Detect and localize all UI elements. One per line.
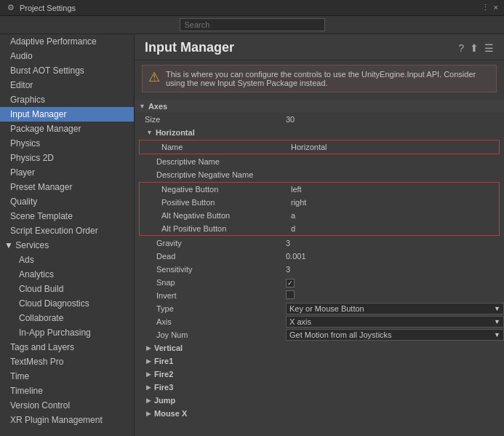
- axis-dropdown-arrow-icon: ▼: [494, 318, 500, 325]
- axis-value[interactable]: X axis ▼: [280, 316, 504, 328]
- axis-dropdown[interactable]: X axis ▼: [286, 316, 504, 328]
- sensitivity-value[interactable]: 3: [280, 265, 504, 274]
- snap-checkbox[interactable]: ✓: [286, 279, 295, 288]
- fire1-triangle-icon: ▶: [146, 357, 151, 365]
- sidebar-item-version-control[interactable]: Version Control: [0, 398, 134, 413]
- snap-row: Snap ✓: [135, 276, 504, 289]
- joy-num-value[interactable]: Get Motion from all Joysticks ▼: [280, 329, 504, 341]
- title-bar-close-btn[interactable]: ×: [494, 3, 498, 12]
- sidebar-item-player[interactable]: Player: [0, 165, 134, 180]
- alt-positive-button-label: Alt Positive Button: [140, 224, 285, 233]
- sensitivity-row: Sensitivity 3: [135, 263, 504, 276]
- positive-button-value[interactable]: right: [285, 198, 499, 207]
- title-bar: ⚙ Project Settings ⋮ ×: [0, 0, 504, 16]
- invert-checkbox[interactable]: [286, 290, 295, 299]
- sidebar-item-timeline[interactable]: Timeline: [0, 384, 134, 398]
- size-value[interactable]: 30: [280, 115, 504, 124]
- axes-label: Axes: [148, 102, 167, 111]
- sidebar-item-services[interactable]: ▼ Services: [0, 238, 134, 253]
- horizontal-section-header[interactable]: ▼ Horizontal: [135, 126, 504, 139]
- type-dropdown-arrow-icon: ▼: [494, 305, 500, 312]
- name-value[interactable]: Horizontal: [285, 143, 499, 151]
- fire3-triangle-icon: ▶: [146, 384, 151, 391]
- sidebar-item-cloud-diag[interactable]: Cloud Diagnostics: [0, 296, 134, 311]
- size-row: Size 30: [135, 113, 504, 126]
- negative-button-value[interactable]: left: [285, 185, 499, 194]
- title-bar-menu-btn[interactable]: ⋮: [481, 3, 489, 12]
- positive-button-row: Positive Button right: [140, 196, 499, 209]
- sidebar-item-analytics[interactable]: Analytics: [0, 267, 134, 282]
- sidebar-item-xr-plugin[interactable]: XR Plugin Management: [0, 413, 134, 427]
- sidebar-item-time[interactable]: Time: [0, 369, 134, 384]
- positive-button-label: Positive Button: [140, 198, 285, 207]
- buttons-highlight-group: Negative Button left Positive Button rig…: [139, 182, 500, 236]
- sidebar-item-scene-template[interactable]: Scene Template: [0, 209, 134, 223]
- vertical-section-header[interactable]: ▶ Vertical: [135, 341, 504, 354]
- menu-icon[interactable]: ☰: [484, 42, 494, 54]
- sidebar-item-physics-2d[interactable]: Physics 2D: [0, 151, 134, 165]
- fire2-label: Fire2: [154, 370, 173, 378]
- sidebar-item-package-manager[interactable]: Package Manager: [0, 122, 134, 136]
- sidebar-item-preset-manager[interactable]: Preset Manager: [0, 180, 134, 194]
- vertical-triangle-icon: ▶: [146, 344, 151, 352]
- sensitivity-label: Sensitivity: [135, 265, 280, 274]
- sidebar-item-graphics[interactable]: Graphics: [0, 92, 134, 107]
- sidebar-item-editor[interactable]: Editor: [0, 78, 134, 92]
- sidebar-item-script-exec[interactable]: Script Execution Order: [0, 223, 134, 238]
- jump-label: Jump: [154, 396, 175, 405]
- search-input[interactable]: [180, 18, 325, 31]
- dead-label: Dead: [135, 252, 280, 261]
- horizontal-triangle-icon: ▼: [146, 129, 153, 136]
- sidebar-item-audio[interactable]: Audio: [0, 49, 134, 63]
- invert-row: Invert: [135, 289, 504, 302]
- sidebar-item-input-manager[interactable]: Input Manager: [0, 107, 134, 122]
- sidebar-item-adaptive-performance[interactable]: Adaptive Performance: [0, 34, 134, 49]
- alt-negative-button-label: Alt Negative Button: [140, 211, 285, 220]
- dead-row: Dead 0.001: [135, 250, 504, 263]
- properties-panel: ▼ Axes Size 30 ▼ Horizontal Name Horizon…: [135, 97, 504, 436]
- title-bar-icon: ⚙: [6, 3, 16, 13]
- sidebar-item-in-app-purchasing[interactable]: In-App Purchasing: [0, 325, 134, 340]
- alt-negative-button-value[interactable]: a: [285, 211, 499, 220]
- fire2-triangle-icon: ▶: [146, 370, 151, 378]
- type-value[interactable]: Key or Mouse Button ▼: [280, 303, 504, 314]
- content-area: Input Manager ? ⬆ ☰ ⚠ This is where you …: [135, 34, 504, 436]
- fire3-section-header[interactable]: ▶ Fire3: [135, 381, 504, 394]
- joy-num-dropdown[interactable]: Get Motion from all Joysticks ▼: [286, 329, 504, 341]
- axes-section-header[interactable]: ▼ Axes: [135, 100, 504, 113]
- joy-num-label: Joy Num: [135, 330, 280, 339]
- alt-positive-button-value[interactable]: d: [285, 224, 499, 233]
- main-layout: Adaptive Performance Audio Burst AOT Set…: [0, 34, 504, 436]
- sidebar-item-quality[interactable]: Quality: [0, 194, 134, 209]
- gravity-value[interactable]: 3: [280, 239, 504, 247]
- negative-button-row: Negative Button left: [140, 183, 499, 196]
- help-icon[interactable]: ?: [458, 42, 464, 54]
- page-title: Input Manager: [145, 40, 458, 55]
- fire1-section-header[interactable]: ▶ Fire1: [135, 354, 504, 368]
- invert-value[interactable]: [280, 290, 504, 301]
- axis-label: Axis: [135, 317, 280, 326]
- sidebar-item-burst-aot[interactable]: Burst AOT Settings: [0, 63, 134, 78]
- horizontal-label: Horizontal: [156, 128, 195, 137]
- sidebar-item-textmesh[interactable]: TextMesh Pro: [0, 354, 134, 369]
- content-header: Input Manager ? ⬆ ☰: [135, 34, 504, 60]
- sidebar-item-physics[interactable]: Physics: [0, 136, 134, 151]
- dead-value[interactable]: 0.001: [280, 252, 504, 261]
- sidebar-item-tags-layers[interactable]: Tags and Layers: [0, 340, 134, 354]
- sidebar-item-cloud-build[interactable]: Cloud Build: [0, 282, 134, 296]
- fire2-section-header[interactable]: ▶ Fire2: [135, 368, 504, 381]
- alt-negative-button-row: Alt Negative Button a: [140, 209, 499, 222]
- vertical-label: Vertical: [154, 344, 183, 352]
- jump-section-header[interactable]: ▶ Jump: [135, 394, 504, 407]
- warning-text: This is where you can configure the cont…: [166, 70, 490, 87]
- mouse-x-label: Mouse X: [154, 409, 187, 418]
- settings-icon[interactable]: ⬆: [470, 42, 479, 54]
- sidebar-item-collaborate[interactable]: Collaborate: [0, 311, 134, 325]
- type-row: Type Key or Mouse Button ▼: [135, 302, 504, 315]
- mouse-x-triangle-icon: ▶: [146, 410, 151, 417]
- snap-value[interactable]: ✓: [280, 278, 504, 288]
- sidebar-item-ads[interactable]: Ads: [0, 253, 134, 267]
- descriptive-neg-name-label: Descriptive Negative Name: [135, 170, 280, 179]
- mouse-x-section-header[interactable]: ▶ Mouse X: [135, 407, 504, 420]
- type-dropdown[interactable]: Key or Mouse Button ▼: [286, 303, 504, 314]
